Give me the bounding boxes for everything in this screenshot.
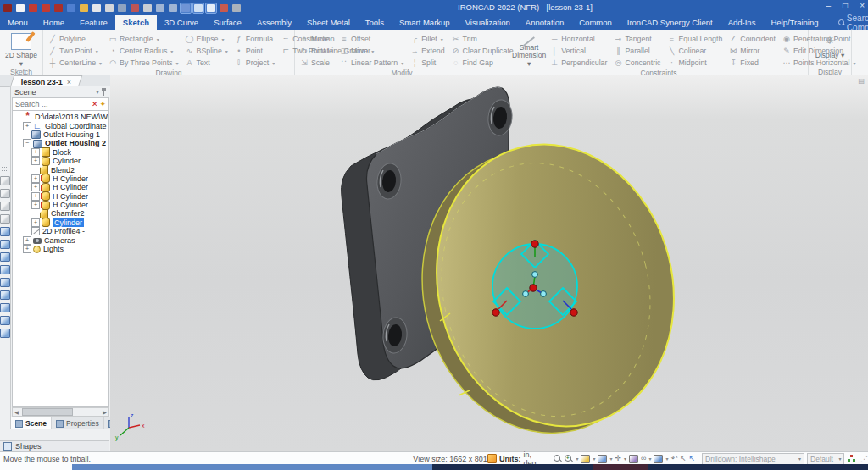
view-preset-icon[interactable] (0, 303, 10, 312)
export-icon[interactable] (53, 3, 64, 13)
horizontal-button[interactable]: ─Horizontal (548, 33, 609, 45)
triball-handle[interactable] (570, 309, 577, 316)
parallel-button[interactable]: ∥Parallel (611, 45, 663, 57)
tree-item-d-data-2018-new-word-tech-net[interactable]: *D:\data\2018 NEW\Word\TECH-NET (13, 113, 108, 121)
display-button[interactable]: ✳Display ▾ (811, 32, 849, 68)
link-icon[interactable] (117, 3, 127, 13)
view-preset-icon[interactable] (0, 189, 10, 198)
dropdown-caret-icon[interactable]: ▾ (624, 456, 626, 462)
import-icon[interactable] (41, 3, 51, 13)
concentric-button[interactable]: ◎Concentric (611, 57, 663, 69)
perpendicular-button[interactable]: ⊥Perpendicular (548, 57, 609, 69)
tab-menu[interactable]: Menu (0, 15, 36, 30)
command-search[interactable]: Search Commands... (838, 15, 868, 30)
tangent-button[interactable]: ⊸Tangent (611, 33, 663, 45)
triball-handle[interactable] (492, 309, 499, 316)
app-logo-icon[interactable] (3, 3, 13, 13)
view-preset-icon[interactable] (0, 202, 10, 211)
panel-menu-caret-icon[interactable]: ▾ (96, 89, 98, 95)
camera-icon[interactable] (66, 3, 76, 13)
structure-icon[interactable] (848, 455, 855, 462)
clear-search-icon[interactable]: ✕ (90, 100, 100, 108)
tab-home[interactable]: Home (36, 15, 72, 30)
scene-search-input[interactable] (13, 100, 90, 108)
scrollbar-thumb[interactable] (22, 408, 73, 416)
anchor-handle[interactable] (532, 272, 538, 278)
dropdown-caret-icon[interactable]: ▾ (609, 456, 612, 462)
view-preset-icon[interactable] (0, 240, 10, 249)
tab-annotation[interactable]: Annotation (518, 15, 571, 30)
colinear-button[interactable]: ╲Colinear (665, 45, 726, 57)
tree-item-cameras[interactable]: +Cameras (13, 235, 108, 244)
mirror-button[interactable]: ◫Mirror (337, 45, 406, 57)
view-mode-cube-icon[interactable] (581, 455, 590, 463)
offset-button[interactable]: ≡Offset (337, 33, 406, 45)
maximize-button[interactable]: □ (843, 1, 848, 10)
dropdown-caret-icon[interactable]: ▾ (593, 456, 595, 462)
project-button[interactable]: ⇩Project▾ (232, 57, 277, 69)
tree-item-h-cylinder[interactable]: +H Cylinder (13, 174, 108, 183)
midpoint-button[interactable]: ⋅Midpoint (665, 57, 726, 69)
view-mode-cube-icon[interactable] (598, 455, 607, 463)
tree-item-outlet-housing-2[interactable]: −Outlet Housing 2 (13, 139, 108, 147)
expand-toggle-icon[interactable]: + (23, 245, 31, 253)
dropdown-caret-icon[interactable]: ▾ (576, 456, 578, 462)
scroll-right-icon[interactable]: ▶ (101, 409, 108, 415)
centerline-button[interactable]: ┼CenterLine▾ (46, 57, 104, 69)
tree-item-h-cylinder[interactable]: +H Cylinder (13, 192, 108, 201)
tree-item-h-cylinder[interactable]: +H Cylinder (13, 183, 108, 191)
anchor-center-handle[interactable] (530, 285, 537, 291)
fillet-button[interactable]: ╭Fillet▾ (408, 33, 447, 45)
new-document-icon[interactable] (15, 3, 25, 13)
tree-item-chamfer2[interactable]: Chamfer2 (13, 209, 108, 218)
linear-pattern-button[interactable]: ∷Linear Pattern▾ (337, 57, 406, 69)
expand-toggle-icon[interactable]: + (31, 201, 40, 209)
ellipse-button[interactable]: ◯Ellipse▾ (183, 33, 231, 45)
save-icon[interactable] (92, 3, 102, 13)
tree-item-2d-profile4-[interactable]: 2D Profile4 - (13, 227, 108, 235)
point-button[interactable]: •Point (232, 45, 277, 57)
anchor-handle[interactable] (541, 291, 547, 297)
anchor-handle[interactable] (523, 291, 529, 297)
tree-item-h-cylinder[interactable]: +H Cylinder (13, 201, 108, 209)
by-three-points-button[interactable]: ◠By Three Points▾ (106, 57, 181, 69)
tab-visualization[interactable]: Visualization (458, 15, 518, 30)
coincident-button[interactable]: ∠Coincident (726, 33, 778, 45)
view-preset-icon[interactable] (0, 265, 10, 274)
tab-sketch[interactable]: Sketch (115, 15, 157, 30)
tab-tools[interactable]: Tools (358, 15, 392, 30)
list-icon[interactable] (206, 3, 216, 13)
triball-handle[interactable] (531, 241, 538, 247)
material-icon[interactable] (219, 3, 229, 13)
tab-surface[interactable]: Surface (206, 15, 249, 30)
tree-item-block[interactable]: +Block (13, 148, 108, 157)
anchor-icon[interactable]: ✛ (615, 455, 621, 462)
tree-item-outlet-housing-1[interactable]: Outlet Housing 1 (13, 130, 108, 139)
expand-toggle-icon[interactable]: + (31, 174, 40, 183)
expand-toggle-icon[interactable]: + (31, 157, 40, 165)
zoom-in-icon[interactable]: + (565, 455, 573, 463)
save-as-icon[interactable] (104, 3, 114, 13)
mirror-button[interactable]: ⋈Mirror (726, 45, 778, 57)
tab-feature[interactable]: Feature (72, 15, 115, 30)
view-preset-icon[interactable] (0, 176, 10, 185)
tab-common[interactable]: Common (571, 15, 620, 30)
pin-icon[interactable] (101, 88, 107, 96)
shapes-panel-bar[interactable]: Shapes (0, 440, 109, 451)
panel-tab-scene[interactable]: Scene (11, 417, 52, 429)
cursor-icon[interactable]: ↖ (680, 455, 687, 462)
undo-icon[interactable] (155, 3, 165, 13)
rectangle-button[interactable]: ▭Rectangle▾ (106, 33, 181, 45)
toolbar-grip[interactable] (2, 167, 8, 171)
tab-sheet-metal[interactable]: Sheet Metal (299, 15, 358, 30)
document-tab[interactable]: lesson 23-1 × (10, 75, 83, 87)
view-preset-icon[interactable] (0, 214, 10, 224)
text-button[interactable]: AText (183, 57, 231, 69)
snap-icon[interactable] (193, 3, 203, 13)
resize-grip[interactable]: ⋰ (860, 455, 868, 463)
redo-icon[interactable] (168, 3, 178, 13)
close-button[interactable]: × (860, 1, 865, 10)
style-select[interactable]: Default ▾ (807, 453, 844, 465)
open-folder-icon[interactable] (79, 3, 89, 13)
attach-icon[interactable] (130, 3, 140, 13)
